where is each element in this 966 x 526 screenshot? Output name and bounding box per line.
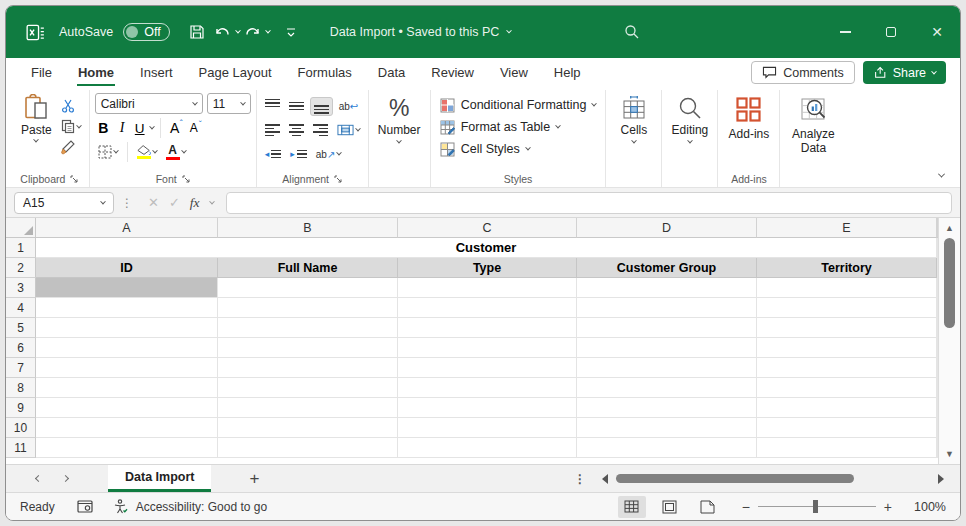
autosave-toggle[interactable]: Off [123, 23, 169, 41]
paste-button[interactable]: Paste [15, 91, 58, 170]
accessibility-status[interactable]: Accessibility: Good to go [136, 500, 267, 514]
cell-empty[interactable] [757, 278, 937, 298]
menu-tab-formulas[interactable]: Formulas [285, 58, 365, 87]
editing-chevron-icon[interactable] [687, 138, 693, 144]
menu-tab-file[interactable]: File [18, 58, 65, 87]
cell-empty[interactable] [218, 338, 398, 358]
underline-button[interactable]: U [133, 121, 147, 136]
underline-chevron-icon[interactable] [149, 124, 155, 130]
formula-bar-resize-handle[interactable]: ⋮ [121, 196, 133, 210]
font-size-combo[interactable]: 11 [207, 93, 251, 114]
row-header-2[interactable]: 2 [6, 258, 36, 278]
scroll-down-icon[interactable]: ▼ [939, 449, 960, 459]
menu-tab-home[interactable]: Home [65, 58, 127, 87]
format-painter-button[interactable] [58, 137, 84, 158]
row-header-1[interactable]: 1 [6, 238, 36, 258]
cell-empty[interactable] [757, 398, 937, 418]
font-name-combo[interactable]: Calibri [95, 93, 203, 114]
cell-empty[interactable] [398, 298, 577, 318]
cell-empty[interactable] [218, 318, 398, 338]
number-chevron-icon[interactable] [396, 138, 402, 144]
cell-title-customer[interactable]: Customer [36, 238, 937, 258]
cell-empty[interactable] [757, 338, 937, 358]
confirm-entry-icon[interactable]: ✓ [169, 195, 180, 210]
analyze-data-button[interactable]: Analyze Data [786, 127, 840, 156]
cell-empty[interactable] [577, 438, 757, 458]
cell-empty[interactable] [218, 298, 398, 318]
formula-input[interactable] [226, 192, 952, 214]
cell-empty[interactable] [218, 358, 398, 378]
cell-empty[interactable] [398, 358, 577, 378]
bold-button[interactable]: B [95, 120, 112, 136]
cell-empty[interactable] [577, 278, 757, 298]
row-header-8[interactable]: 8 [6, 378, 36, 398]
cell-header-type[interactable]: Type [398, 258, 577, 278]
zoom-slider-thumb[interactable] [813, 500, 818, 513]
cell-header-territory[interactable]: Territory [757, 258, 937, 278]
cancel-entry-icon[interactable]: ✕ [148, 195, 159, 210]
align-bottom-button[interactable] [310, 97, 333, 116]
cell-empty[interactable] [398, 278, 577, 298]
customize-quick-access-icon[interactable] [278, 17, 304, 47]
cell-empty[interactable] [36, 438, 218, 458]
tabbar-resize-handle[interactable]: ⋮ [574, 472, 586, 486]
cell-empty[interactable] [398, 438, 577, 458]
row-header-9[interactable]: 9 [6, 398, 36, 418]
menu-tab-help[interactable]: Help [541, 58, 594, 87]
horizontal-scrollbar[interactable] [608, 465, 938, 493]
row-header-11[interactable]: 11 [6, 438, 36, 458]
addins-button[interactable]: Add-ins [729, 127, 770, 141]
wrap-text-button[interactable]: ab↩ [336, 100, 362, 113]
cell-empty[interactable] [36, 318, 218, 338]
excel-app-icon[interactable] [26, 23, 45, 42]
format-as-table-button[interactable]: Format as Table [436, 116, 601, 138]
row-header-10[interactable]: 10 [6, 418, 36, 438]
cell-empty[interactable] [218, 378, 398, 398]
comments-button[interactable]: Comments [751, 61, 854, 84]
row-header-3[interactable]: 3 [6, 278, 36, 298]
increase-font-button[interactable]: Aˆ [167, 120, 183, 136]
editing-group-button[interactable]: Editing [672, 123, 709, 137]
number-group-button[interactable]: Number [378, 123, 421, 137]
italic-button[interactable]: I [115, 120, 130, 136]
alignment-dialog-launcher-icon[interactable] [334, 175, 342, 183]
save-button[interactable] [184, 17, 210, 47]
row-header-4[interactable]: 4 [6, 298, 36, 318]
cell-empty[interactable] [577, 298, 757, 318]
normal-view-button[interactable] [618, 496, 646, 518]
accessibility-icon[interactable] [113, 499, 128, 514]
selected-cell-a3[interactable] [36, 278, 218, 298]
align-middle-button[interactable] [286, 98, 307, 115]
search-icon[interactable] [624, 24, 640, 43]
page-break-view-button[interactable] [694, 496, 722, 518]
copy-button[interactable] [58, 116, 84, 137]
column-header-c[interactable]: C [398, 218, 577, 238]
menu-tab-page-layout[interactable]: Page Layout [186, 58, 285, 87]
cell-empty[interactable] [577, 318, 757, 338]
cell-empty[interactable] [577, 338, 757, 358]
undo-button[interactable] [210, 17, 236, 47]
column-header-b[interactable]: B [218, 218, 398, 238]
row-header-7[interactable]: 7 [6, 358, 36, 378]
cell-empty[interactable] [757, 318, 937, 338]
increase-indent-button[interactable]: ▸ [287, 146, 310, 163]
collapse-ribbon-icon[interactable] [938, 171, 945, 178]
cell-empty[interactable] [757, 358, 937, 378]
cell-empty[interactable] [577, 418, 757, 438]
conditional-formatting-button[interactable]: Conditional Formatting [436, 94, 601, 116]
column-header-a[interactable]: A [36, 218, 218, 238]
row-header-6[interactable]: 6 [6, 338, 36, 358]
sheet-tab-data-import[interactable]: Data Import [108, 465, 211, 492]
name-box[interactable]: A15 [14, 192, 114, 214]
cell-empty[interactable] [398, 398, 577, 418]
redo-button[interactable] [240, 17, 266, 47]
cell-empty[interactable] [577, 398, 757, 418]
clipboard-dialog-launcher-icon[interactable] [70, 175, 78, 183]
align-right-button[interactable] [310, 122, 331, 139]
cell-empty[interactable] [398, 418, 577, 438]
prev-sheet-icon[interactable] [35, 475, 42, 482]
fill-color-button[interactable] [134, 144, 160, 160]
merge-center-button[interactable] [334, 123, 363, 137]
zoom-in-button[interactable]: + [876, 499, 900, 515]
cell-empty[interactable] [36, 338, 218, 358]
